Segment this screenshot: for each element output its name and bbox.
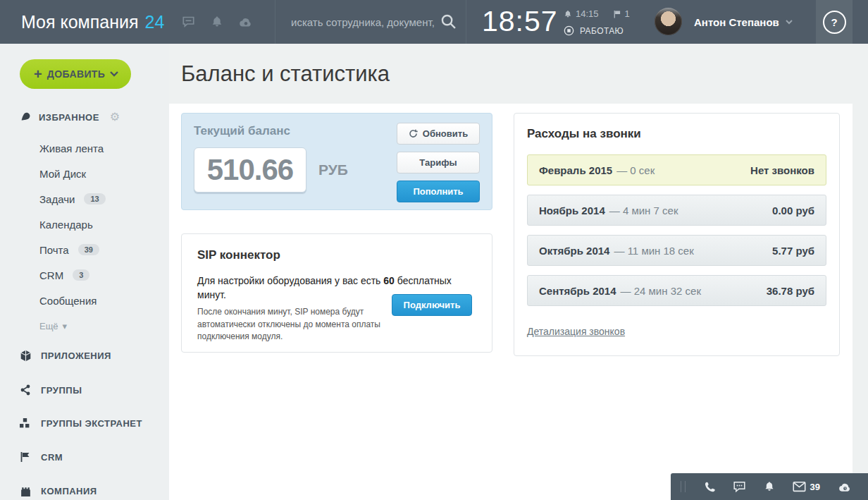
worktime-clock[interactable]: 18:57 [482, 5, 558, 38]
brand-name: Моя компания [21, 12, 139, 32]
chat-icon[interactable] [182, 16, 195, 28]
sidebar-item-crm[interactable]: CRM 3 [0, 262, 169, 288]
sip-note-text: После окончания минут, SIP номера будут … [197, 306, 391, 343]
page-title: Баланс и статистика [169, 44, 868, 104]
dock-drag-handle[interactable] [681, 481, 686, 492]
add-button[interactable]: + ДОБАВИТЬ [20, 59, 131, 89]
main-content: Баланс и статистика Текущий баланс 510.6… [169, 44, 868, 500]
alarm-bell-icon [564, 10, 572, 18]
notifications-bell-icon[interactable] [211, 16, 223, 28]
chevron-down-icon [786, 20, 793, 25]
refresh-button[interactable]: Обновить [397, 123, 480, 145]
mail-count-badge: 39 [78, 244, 99, 255]
sidebar-section-crm[interactable]: CRM [0, 440, 169, 474]
sidebar: + ДОБАВИТЬ ИЗБРАННОЕ ⚙ Живая лента Мой Д… [0, 44, 169, 500]
sidebar-item-messages[interactable]: Сообщения [0, 288, 169, 313]
flag-icon [613, 10, 621, 18]
add-button-label: ДОБАВИТЬ [42, 68, 110, 80]
balance-currency: РУБ [318, 161, 348, 178]
expense-month: Ноябрь 2014 [539, 205, 605, 217]
expense-duration: — 11 мин 18 сек [614, 245, 693, 257]
sidebar-section-groups[interactable]: ГРУППЫ [0, 373, 169, 407]
phone-icon[interactable] [703, 481, 715, 493]
expense-month: Февраль 2015 [539, 164, 612, 176]
tasks-count-badge: 13 [84, 193, 105, 205]
expense-row[interactable]: Февраль 2015 — 0 сек Нет звонков [527, 154, 826, 185]
brand-logo[interactable]: Моя компания 24 [21, 0, 164, 44]
brand-number: 24 [145, 12, 165, 32]
sidebar-section-extranet-groups[interactable]: ГРУППЫ ЭКСТРАНЕТ [0, 407, 169, 440]
sidebar-item-more[interactable]: Ещё ▾ [0, 313, 169, 339]
worktime-status: 14:15 1 РАБОТАЮ [564, 8, 630, 36]
search-box [275, 0, 466, 44]
sidebar-item-my-disk[interactable]: Мой Диск [0, 161, 169, 186]
favorites-label: ИЗБРАННОЕ [39, 112, 99, 123]
call-details-link[interactable]: Детализация звонков [527, 326, 625, 337]
expense-row[interactable]: Ноябрь 2014 — 4 мин 7 сек 0.00 руб [527, 195, 826, 226]
flag-icon [20, 451, 32, 463]
favorites-header[interactable]: ИЗБРАННОЕ ⚙ [20, 111, 169, 123]
plus-icon: + [34, 66, 42, 83]
notification-dock: 39 [671, 473, 868, 500]
crm-count-badge: 3 [73, 269, 89, 281]
sip-card-title: SIP коннектор [197, 248, 476, 262]
expense-row[interactable]: Сентябрь 2014 — 24 мин 32 сек 36.78 руб [527, 275, 826, 306]
sidebar-item-live-feed[interactable]: Живая лента [0, 135, 169, 161]
expense-amount: Нет звонков [750, 164, 814, 176]
search-icon[interactable] [440, 13, 457, 30]
help-icon: ? [823, 11, 846, 34]
tariffs-button[interactable]: Тарифы [397, 152, 480, 173]
sip-free-minutes-value: 60 [383, 275, 395, 286]
user-name: Антон Степанов [694, 16, 779, 28]
expenses-card-title: Расходы на звонки [527, 127, 826, 141]
notifications-bell-icon[interactable] [764, 481, 775, 492]
mail-icon[interactable]: 39 [793, 481, 820, 492]
share-icon [20, 384, 32, 396]
status-label[interactable]: РАБОТАЮ [580, 26, 624, 36]
user-avatar[interactable] [655, 8, 682, 35]
expense-duration: — 0 сек [616, 164, 655, 176]
topbar-icon-group [182, 0, 253, 44]
sidebar-item-calendar[interactable]: Календарь [0, 212, 169, 237]
topbar: Моя компания 24 18:57 [0, 0, 868, 44]
expense-amount: 36.78 руб [767, 285, 814, 297]
expense-month: Сентябрь 2014 [539, 285, 616, 297]
expense-row[interactable]: Октябрь 2014 — 11 мин 18 сек 5.77 руб [527, 235, 826, 266]
help-button[interactable]: ? [816, 0, 852, 44]
balance-card: Текущий баланс 510.66 РУБ Обновить [181, 113, 492, 210]
disk-cloud-icon[interactable] [838, 481, 852, 493]
gear-icon[interactable]: ⚙ [110, 111, 120, 123]
expense-duration: — 4 мин 7 сек [609, 205, 678, 217]
castle-icon [20, 485, 32, 497]
expense-duration: — 24 мин 32 сек [621, 285, 701, 297]
user-menu[interactable]: Антон Степанов [694, 0, 793, 44]
apps-cube-icon [20, 350, 32, 362]
disk-cloud-icon[interactable] [239, 16, 253, 28]
mail-count: 39 [810, 482, 820, 492]
sidebar-menu: Живая лента Мой Диск Задачи 13 Календарь… [0, 135, 169, 339]
pin-icon [20, 111, 31, 123]
sidebar-section-company[interactable]: КОМПАНИЯ [0, 474, 169, 500]
search-input[interactable] [291, 16, 438, 28]
connect-button[interactable]: Подключить [392, 294, 472, 316]
expense-amount: 5.77 руб [772, 245, 814, 257]
alarm-time: 14:15 [576, 8, 599, 19]
sidebar-section-apps[interactable]: ПРИЛОЖЕНИЯ [0, 339, 169, 373]
refresh-icon [409, 129, 418, 138]
chevron-down-icon [110, 71, 118, 77]
content-panel: Текущий баланс 510.66 РУБ Обновить [169, 104, 852, 500]
messenger-icon[interactable] [733, 481, 746, 493]
topup-button[interactable]: Пополнить [397, 181, 480, 202]
expense-amount: 0.00 руб [772, 205, 814, 217]
expense-month: Октябрь 2014 [539, 245, 609, 257]
blocks-icon [20, 418, 32, 429]
sip-connector-card: SIP коннектор Для настройки оборудования… [181, 233, 492, 353]
balance-amount: 510.66 [194, 147, 306, 193]
sidebar-item-tasks[interactable]: Задачи 13 [0, 186, 169, 212]
stop-work-icon[interactable] [564, 25, 574, 36]
call-expenses-card: Расходы на звонки Февраль 2015 — 0 сек Н… [514, 113, 840, 356]
caret-down-icon: ▾ [63, 321, 68, 331]
sidebar-item-mail[interactable]: Почта 39 [0, 237, 169, 262]
flag-count: 1 [625, 8, 630, 19]
